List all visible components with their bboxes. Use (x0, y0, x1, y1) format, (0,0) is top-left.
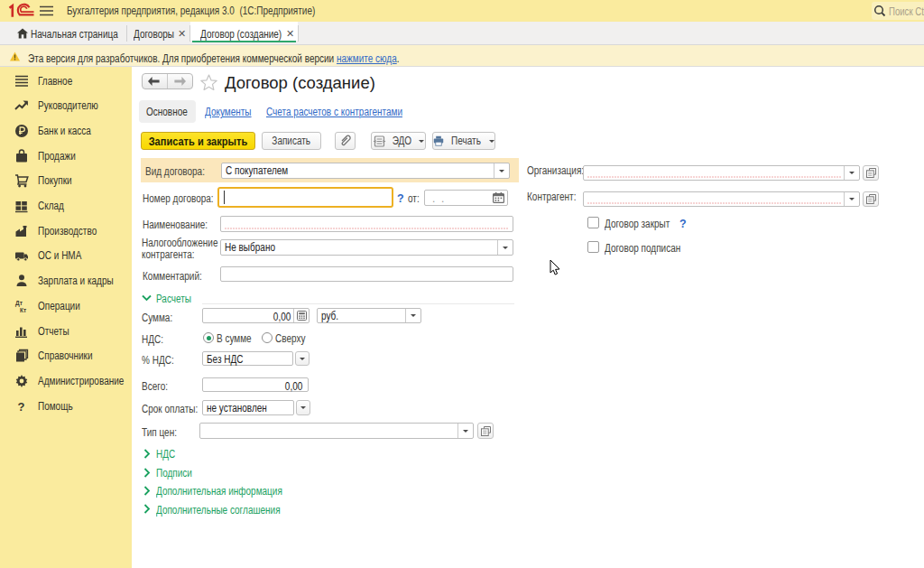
svg-text:?: ? (18, 400, 25, 414)
svg-text:Кт: Кт (20, 306, 26, 312)
